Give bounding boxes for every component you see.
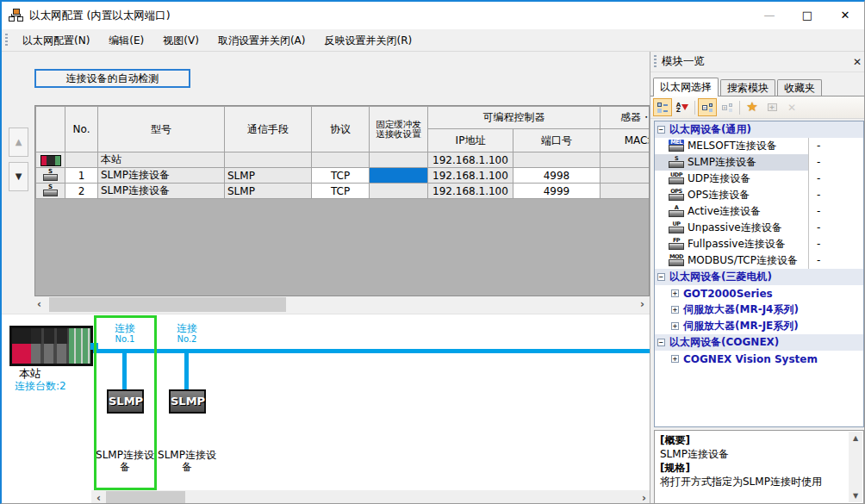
scroll-left-icon[interactable]: ‹ bbox=[91, 490, 106, 504]
minimize-button[interactable]: — bbox=[750, 3, 788, 28]
collapse-icon: − bbox=[657, 126, 665, 134]
window-title: 以太网配置 (内置以太网端口) bbox=[29, 9, 750, 23]
favorite-star-icon[interactable]: ★ bbox=[743, 98, 762, 116]
col-buffer-line2: 送接收设置 bbox=[372, 129, 425, 139]
maximize-button[interactable]: □ bbox=[788, 3, 826, 28]
list-item-got2000[interactable]: +GOT2000Series bbox=[655, 285, 863, 302]
list-item-cognex-vision[interactable]: +COGNEX Vision System bbox=[655, 351, 863, 367]
info-spec-text: 将打开方式指定为SLMP连接时使用 bbox=[660, 475, 846, 488]
list-item-udp[interactable]: UDP UDP连接设备 - bbox=[655, 171, 863, 187]
group-ethernet-mitsubishi[interactable]: −以太网设备(三菱电机) bbox=[655, 269, 863, 285]
cell-ip[interactable]: 192.168.1.100 bbox=[428, 168, 513, 184]
menu-drag-handle[interactable] bbox=[5, 34, 8, 47]
cell-model[interactable]: SLMP连接设备 bbox=[98, 168, 225, 184]
menu-apply-close[interactable]: 反映设置并关闭(R) bbox=[314, 30, 421, 51]
table-scroll-thumb[interactable] bbox=[49, 297, 286, 312]
panel-toolbar: AZ − + ★ + ✕ bbox=[650, 96, 865, 119]
list-item-active[interactable]: A Active连接设备 - bbox=[655, 203, 863, 220]
active-device-icon: A bbox=[669, 205, 684, 218]
slmp-device-icon[interactable]: S bbox=[36, 184, 65, 199]
panel-close-icon[interactable]: ✕ bbox=[848, 56, 865, 68]
list-item-ops[interactable]: OPS OPS连接设备 - bbox=[655, 187, 863, 203]
col-model: 型号 bbox=[98, 107, 225, 152]
collapse-all-icon[interactable]: + bbox=[718, 98, 737, 116]
scroll-down-icon[interactable]: ▼ bbox=[849, 489, 862, 502]
cell-port[interactable] bbox=[513, 152, 601, 168]
host-plc-icon[interactable] bbox=[36, 152, 65, 168]
cell-no[interactable]: 2 bbox=[65, 184, 98, 199]
col-protocol: 协议 bbox=[312, 107, 370, 152]
cell-comm[interactable]: SLMP bbox=[225, 184, 312, 199]
row-move-up-button[interactable]: ▲ bbox=[9, 128, 28, 157]
cell-comm[interactable] bbox=[225, 152, 312, 168]
expand-icon: + bbox=[671, 322, 679, 330]
table-row-1: S 1 SLMP连接设备 SLMP TCP 192.168.1.100 4998 bbox=[36, 168, 650, 184]
diagram-horizontal-scrollbar[interactable]: ‹ › bbox=[91, 490, 651, 504]
row-move-down-button[interactable]: ▼ bbox=[9, 162, 28, 191]
tree-view-icon[interactable] bbox=[653, 98, 672, 116]
expand-all-icon[interactable]: − bbox=[698, 98, 717, 116]
cell-ip[interactable]: 192.168.1.100 bbox=[428, 152, 513, 168]
tab-ethernet-select[interactable]: 以太网选择 bbox=[653, 78, 719, 96]
list-item-modbus[interactable]: MOD MODBUS/TCP连接设备 - bbox=[655, 252, 863, 269]
cell-no[interactable] bbox=[65, 152, 98, 168]
list-item-fullpassive[interactable]: FP Fullpassive连接设备 - bbox=[655, 236, 863, 252]
menu-edit[interactable]: 编辑(E) bbox=[99, 30, 153, 51]
col-buffer: 固定缓冲发 送接收设置 bbox=[370, 107, 428, 152]
close-button[interactable]: ✕ bbox=[826, 3, 864, 28]
connection1-device[interactable]: SLMP bbox=[107, 389, 144, 414]
cell-buffer[interactable] bbox=[370, 152, 428, 168]
auto-detect-button[interactable]: 连接设备的自动检测 bbox=[34, 69, 190, 88]
connection1-device-name: SLMP连接设 备 bbox=[93, 449, 157, 473]
scroll-up-icon[interactable]: ▲ bbox=[849, 432, 862, 445]
sort-az-icon[interactable]: AZ bbox=[673, 98, 692, 116]
add-favorite-icon[interactable]: + bbox=[762, 98, 781, 116]
menu-ethernet-config[interactable]: 以太网配置(N) bbox=[13, 30, 99, 51]
cell-protocol[interactable] bbox=[312, 152, 370, 168]
list-item-melsoft[interactable]: MEL MELSOFT连接设备 - bbox=[655, 138, 863, 154]
slmp-device-icon: S bbox=[669, 156, 684, 169]
cell-model[interactable]: 本站 bbox=[98, 152, 225, 168]
panel-drag-handle[interactable] bbox=[654, 55, 657, 69]
table-horizontal-scrollbar[interactable]: ‹ › bbox=[32, 296, 650, 313]
list-item-slmp[interactable]: S SLMP连接设备 - bbox=[655, 154, 863, 171]
cell-comm[interactable]: SLMP bbox=[225, 168, 312, 184]
table-row-2: S 2 SLMP连接设备 SLMP TCP 192.168.1.100 4999 bbox=[36, 184, 650, 199]
diagram-scroll-thumb[interactable] bbox=[106, 491, 185, 504]
cell-ip[interactable]: 192.168.1.100 bbox=[428, 184, 513, 199]
cell-mac[interactable] bbox=[601, 152, 650, 168]
slmp-device-icon[interactable]: S bbox=[36, 168, 65, 184]
collapse-icon: − bbox=[657, 339, 665, 346]
cell-mac[interactable] bbox=[601, 168, 650, 184]
cell-protocol[interactable]: TCP bbox=[312, 184, 370, 199]
info-vertical-scrollbar[interactable]: ▲ ▼ bbox=[849, 432, 862, 502]
ops-device-icon: OPS bbox=[669, 189, 684, 202]
connection2-device[interactable]: SLMP bbox=[169, 389, 206, 414]
network-diagram: 本站 连接台数:2 连接 No.1 SLMP SLMP连接设 备 连接 No.2… bbox=[2, 314, 650, 504]
menu-cancel-close[interactable]: 取消设置并关闭(A) bbox=[208, 30, 315, 51]
group-ethernet-generic[interactable]: −以太网设备(通用) bbox=[655, 121, 863, 138]
expand-icon: + bbox=[671, 306, 679, 314]
cell-model[interactable]: SLMP连接设备 bbox=[98, 184, 225, 199]
cell-buffer-selected[interactable] bbox=[370, 168, 428, 184]
list-item-mrj4[interactable]: +伺服放大器(MR-J4系列) bbox=[655, 302, 863, 318]
scroll-left-icon[interactable]: ‹ bbox=[32, 296, 47, 313]
host-plc-graphic[interactable] bbox=[9, 326, 93, 366]
tab-search-module[interactable]: 搜索模块 bbox=[720, 79, 775, 96]
tab-favorites[interactable]: 收藏夹 bbox=[777, 79, 822, 96]
app-icon bbox=[9, 9, 24, 22]
info-spec-header: [规格] bbox=[660, 461, 846, 475]
cell-port[interactable]: 4999 bbox=[513, 184, 601, 199]
cell-protocol[interactable]: TCP bbox=[312, 168, 370, 184]
cell-buffer[interactable] bbox=[370, 184, 428, 199]
menu-view[interactable]: 视图(V) bbox=[153, 30, 208, 51]
cell-mac[interactable] bbox=[601, 184, 650, 199]
fullpassive-device-icon: FP bbox=[669, 238, 684, 251]
group-ethernet-cognex[interactable]: −以太网设备(COGNEX) bbox=[655, 334, 863, 351]
list-item-unpassive[interactable]: UP Unpassive连接设备 - bbox=[655, 220, 863, 236]
scroll-right-icon[interactable]: › bbox=[635, 296, 650, 313]
delete-icon[interactable]: ✕ bbox=[782, 98, 801, 116]
cell-port[interactable]: 4998 bbox=[513, 168, 601, 184]
cell-no[interactable]: 1 bbox=[65, 168, 98, 184]
list-item-mrje[interactable]: +伺服放大器(MR-JE系列) bbox=[655, 318, 863, 334]
